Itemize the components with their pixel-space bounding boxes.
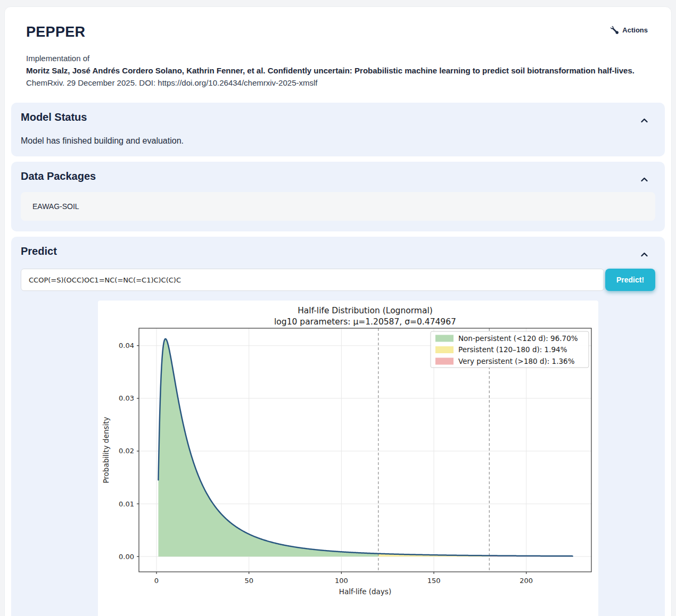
citation-source: ChemRxiv. 29 December 2025. DOI: https:/… bbox=[26, 77, 650, 89]
y-tick-label: 0.00 bbox=[119, 553, 134, 561]
predict-input-row: Predict! bbox=[21, 269, 655, 291]
x-tick-label: 100 bbox=[335, 577, 348, 585]
data-package-item[interactable]: EAWAG-SOIL bbox=[21, 192, 655, 221]
implementation-block: Implementation of Moritz Salz, José Andr… bbox=[26, 52, 650, 89]
y-tick-label: 0.03 bbox=[119, 394, 134, 402]
card-header: PEPPER Actions Implementation of Moritz … bbox=[5, 7, 671, 89]
y-tick-label: 0.01 bbox=[119, 500, 134, 508]
citation-text: Moritz Salz, José Andrés Cordero Solano,… bbox=[26, 64, 650, 77]
chevron-up-icon bbox=[641, 251, 648, 259]
chevron-up-icon bbox=[641, 176, 648, 184]
wrench-icon bbox=[611, 26, 619, 34]
x-tick-label: 200 bbox=[520, 577, 533, 585]
legend-swatch bbox=[435, 346, 454, 353]
legend-label: Non-persistent (<120 d): 96.70% bbox=[458, 334, 578, 343]
halflife-chart-svg: 0501001502000.000.010.020.030.04Half-lif… bbox=[98, 301, 598, 616]
chart-subtitle: log10 parameters: μ=1.20587, σ=0.474967 bbox=[274, 317, 456, 327]
predict-button[interactable]: Predict! bbox=[605, 269, 655, 291]
chevron-up-icon bbox=[641, 116, 648, 124]
legend-swatch bbox=[435, 358, 454, 365]
smiles-input[interactable] bbox=[21, 269, 604, 291]
legend-label: Persistent (120–180 d): 1.94% bbox=[458, 345, 567, 354]
y-tick-label: 0.04 bbox=[119, 342, 134, 349]
data-packages-title: Data Packages bbox=[21, 170, 655, 182]
model-status-title: Model Status bbox=[21, 111, 655, 123]
data-packages-collapse-button[interactable] bbox=[640, 174, 649, 185]
sections-container: Model Status Model has finished building… bbox=[5, 89, 671, 616]
predict-collapse-button[interactable] bbox=[640, 249, 649, 260]
implementation-prefix: Implementation of bbox=[26, 52, 650, 64]
legend-label: Very persistent (>180 d): 1.36% bbox=[458, 357, 575, 365]
page-title: PEPPER bbox=[26, 24, 650, 40]
actions-button[interactable]: Actions bbox=[611, 26, 648, 34]
chart-title: Half-life Distribution (Lognormal) bbox=[298, 306, 433, 315]
region-fill bbox=[158, 339, 378, 556]
x-tick-label: 50 bbox=[244, 577, 253, 585]
x-tick-label: 150 bbox=[427, 577, 441, 585]
legend-swatch bbox=[435, 335, 454, 342]
section-predict: Predict Predict! 0501001502000.000.010.0… bbox=[11, 237, 665, 616]
y-tick-label: 0.02 bbox=[119, 447, 134, 455]
model-status-message: Model has finished building and evaluati… bbox=[21, 136, 655, 146]
section-model-status: Model Status Model has finished building… bbox=[11, 103, 665, 156]
section-data-packages: Data Packages EAWAG-SOIL bbox=[11, 162, 665, 231]
main-card: PEPPER Actions Implementation of Moritz … bbox=[4, 6, 672, 616]
model-status-collapse-button[interactable] bbox=[640, 115, 649, 126]
actions-label: Actions bbox=[622, 26, 648, 34]
x-tick-label: 0 bbox=[154, 577, 159, 585]
x-axis-label: Half-life (days) bbox=[339, 587, 391, 596]
region-fills bbox=[158, 339, 572, 556]
predict-title: Predict bbox=[21, 245, 655, 257]
chart-legend: Non-persistent (<120 d): 96.70%Persisten… bbox=[431, 331, 589, 368]
y-axis-label: Probability density bbox=[102, 417, 110, 483]
halflife-chart-card: 0501001502000.000.010.020.030.04Half-lif… bbox=[98, 301, 598, 616]
